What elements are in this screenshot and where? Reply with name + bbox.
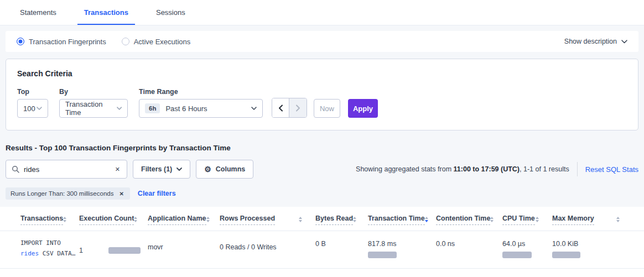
next-time-range-button[interactable] (289, 98, 307, 117)
sort-icon[interactable] (134, 215, 137, 222)
stats-area: Showing aggregated stats from 11:00 to 1… (356, 162, 638, 176)
tab-statements[interactable]: Statements (13, 1, 63, 25)
remove-filter-icon[interactable]: ✕ (118, 190, 124, 198)
by-label: By (59, 88, 139, 96)
sort-icon[interactable] (206, 215, 210, 222)
columns-button[interactable]: ⚙ Columns (196, 160, 253, 179)
column-header-label[interactable]: Transaction Time (368, 215, 425, 225)
execution-count-value: 1 (79, 247, 83, 254)
radio-transaction-fingerprints[interactable]: Transaction Fingerprints (17, 38, 106, 46)
column-header-application-name: Application Name (148, 207, 220, 231)
clear-filters-link[interactable]: Clear filters (138, 190, 176, 197)
sort-icon[interactable] (63, 215, 66, 222)
rows-processed-cell: 0 Reads / 0 Writes (220, 231, 315, 268)
search-criteria-title: Search Criteria (17, 69, 627, 78)
search-box: ✕ (6, 160, 127, 179)
search-input[interactable] (24, 165, 114, 174)
sort-icon[interactable] (536, 215, 539, 222)
chevron-left-icon (278, 104, 283, 112)
chevron-right-icon (295, 104, 300, 112)
sort-icon[interactable] (353, 215, 356, 222)
column-header-max-memory: Max Memory (552, 207, 633, 231)
time-range-label: Time Range (139, 88, 272, 96)
tab-sessions[interactable]: Sessions (149, 1, 192, 25)
radio-active-executions-label: Active Executions (134, 38, 191, 46)
chevron-down-icon (621, 40, 627, 44)
time-range-badge: 6h (145, 103, 160, 113)
column-header-bytes-read: Bytes Read (315, 207, 368, 231)
column-header-label[interactable]: Rows Processed (220, 215, 275, 225)
filters-button[interactable]: Filters (1) (133, 160, 190, 179)
sort-icon[interactable] (616, 215, 620, 222)
gear-icon: ⚙ (204, 165, 211, 173)
top-select-value: 100 (23, 104, 35, 113)
results-table: Transactions Execution Count Application… (0, 207, 644, 277)
stats-time-range: 11:00 to 17:59 (UTC) (454, 165, 520, 173)
by-field: By Transaction Time (59, 88, 139, 118)
view-radio-group: Transaction Fingerprints Active Executio… (17, 38, 190, 46)
table-header-row: Transactions Execution Count Application… (0, 207, 644, 231)
column-header-label[interactable]: Contention Time (436, 215, 490, 225)
time-range-value: Past 6 Hours (165, 104, 207, 113)
max-memory-cell: 10.0 KiB (552, 231, 633, 268)
active-filters-row: Runs Longer Than: 300 milliseconds ✕ Cle… (6, 187, 638, 200)
previous-time-range-button[interactable] (272, 98, 289, 117)
apply-button[interactable]: Apply (348, 99, 378, 118)
column-header-label[interactable]: Application Name (148, 215, 206, 225)
divider (577, 162, 578, 176)
transactions-page: Statements Transactions Sessions Transac… (0, 0, 644, 277)
show-description-toggle[interactable]: Show description (564, 38, 627, 45)
transaction-time-bar (368, 252, 397, 258)
reset-sql-stats-link[interactable]: Reset SQL Stats (585, 165, 638, 174)
top-field: Top 100 (17, 88, 59, 118)
column-header-label[interactable]: Bytes Read (315, 215, 353, 225)
by-select[interactable]: Transaction Time (59, 99, 128, 118)
tab-transactions[interactable]: Transactions (77, 1, 135, 25)
cpu-time-bar (502, 252, 532, 258)
filters-button-label: Filters (1) (141, 165, 172, 173)
page-tabs: Statements Transactions Sessions (0, 0, 644, 25)
execution-count-bar (108, 247, 141, 254)
radio-active-executions[interactable]: Active Executions (122, 38, 191, 46)
view-toggle-bar: Transaction Fingerprints Active Executio… (6, 31, 638, 52)
cpu-time-cell: 64.0 µs (502, 231, 552, 268)
now-button[interactable]: Now (314, 99, 340, 118)
top-label: Top (17, 88, 59, 96)
time-range-field: Time Range 6h Past 6 Hours (139, 88, 272, 118)
time-range-select[interactable]: 6h Past 6 Hours (139, 99, 263, 118)
table-row: IMPORT INTO rides CSV DATA… 1 movr 0 Rea… (0, 231, 644, 269)
transaction-statement-line1: IMPORT INTO (20, 238, 71, 248)
column-header-contention-time: Contention Time (436, 207, 502, 231)
show-description-label: Show description (564, 38, 617, 45)
execution-count-cell: 1 (79, 231, 148, 268)
search-criteria-card: Search Criteria Top 100 By Transaction T… (6, 59, 638, 130)
page-content: Transaction Fingerprints Active Executio… (0, 25, 644, 277)
column-header-label[interactable]: Execution Count (79, 215, 134, 225)
radio-transaction-fingerprints-label: Transaction Fingerprints (29, 38, 106, 46)
contention-time-cell: 0.0 ns (436, 231, 502, 268)
column-header-transactions: Transactions (20, 207, 79, 231)
transaction-fingerprint-cell[interactable]: IMPORT INTO rides CSV DATA… (20, 231, 79, 268)
sort-icon[interactable] (299, 215, 302, 222)
column-header-label[interactable]: Max Memory (552, 215, 594, 225)
results-controls-row: ✕ Filters (1) ⚙ Columns Showing aggregat… (6, 160, 638, 179)
max-memory-bar (552, 252, 580, 258)
filter-pill-label: Runs Longer Than: 300 milliseconds (11, 190, 113, 197)
time-range-nav (272, 98, 307, 118)
column-header-label[interactable]: CPU Time (502, 215, 535, 225)
sort-desc-icon[interactable] (425, 215, 428, 222)
clear-search-icon[interactable]: ✕ (114, 165, 121, 174)
chevron-down-icon (251, 107, 257, 110)
radio-unselected-icon (122, 38, 129, 45)
column-header-rows-processed: Rows Processed (220, 207, 315, 231)
sort-icon[interactable] (490, 215, 494, 222)
transaction-link[interactable]: rides (20, 250, 39, 257)
column-header-cpu-time: CPU Time (502, 207, 552, 231)
top-select[interactable]: 100 (17, 99, 48, 118)
column-header-label[interactable]: Transactions (20, 215, 63, 225)
search-icon (12, 165, 19, 173)
column-header-execution-count: Execution Count (79, 207, 148, 231)
transaction-statement-line2: rides CSV DATA… (20, 248, 71, 259)
by-select-value: Transaction Time (65, 100, 117, 117)
columns-button-label: Columns (216, 165, 245, 173)
